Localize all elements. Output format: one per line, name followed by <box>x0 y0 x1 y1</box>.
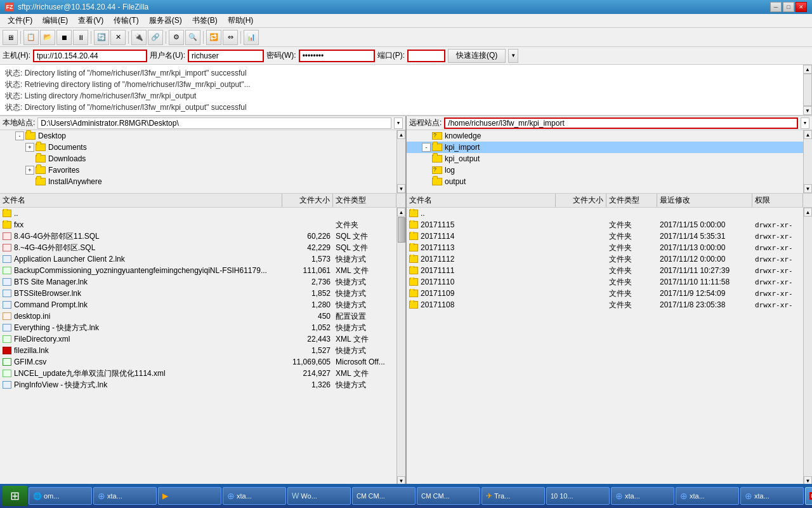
local-row-ini[interactable]: desktop.ini 450 配置设置 <box>0 311 396 322</box>
remote-path-dropdown[interactable]: ▼ <box>801 117 809 129</box>
taskbar-item-cm1[interactable]: CM CM... <box>352 487 416 505</box>
local-row-lnk3[interactable]: BTSSiteBrowser.lnk 1,852 快捷方式 <box>0 288 396 299</box>
toolbar-fifo[interactable]: 📊 <box>244 30 259 45</box>
toolbar-filter[interactable]: 🔍 <box>185 30 200 45</box>
local-row-lnk2[interactable]: BTS Site Manager.lnk 2,736 快捷方式 <box>0 276 396 288</box>
toolbar-btn1[interactable]: 📋 <box>23 30 39 45</box>
remote-tree-knowledge[interactable]: ? knowledge <box>407 130 803 142</box>
taskbar-item-om[interactable]: 🌐 om... <box>29 487 92 505</box>
toolbar-refresh[interactable]: 🔄 <box>94 30 109 45</box>
local-row-xml3[interactable]: LNCEL_update九华单双流门限优化1114.xml 214,927 XM… <box>0 368 396 379</box>
tree-item-desktop[interactable]: - Desktop <box>0 130 396 142</box>
menu-help[interactable]: 帮助(H) <box>223 14 259 27</box>
remote-tree-kpi-import[interactable]: - kpi_import <box>407 142 803 153</box>
local-tree-scroll-down[interactable]: ▼ <box>397 184 405 193</box>
maximize-button[interactable]: □ <box>783 2 794 12</box>
toolbar-cancel[interactable]: ✕ <box>110 30 126 45</box>
status-scroll-up[interactable]: ▲ <box>803 65 812 74</box>
local-header-size[interactable]: 文件大小 <box>282 194 333 207</box>
remote-tree-scroll-up[interactable]: ▲ <box>804 130 812 139</box>
taskbar-item-xta4[interactable]: ⊕ xta... <box>676 487 739 505</box>
taskbar-item-xta2[interactable]: ⊕ xta... <box>223 487 286 505</box>
menu-bookmarks[interactable]: 书签(B) <box>187 14 223 27</box>
local-row-lnk5[interactable]: Everything - 快捷方式.lnk 1,052 快捷方式 <box>0 322 396 333</box>
local-row-lnk6[interactable]: filezilla.lnk 1,527 快捷方式 <box>0 345 396 356</box>
menu-view[interactable]: 查看(V) <box>73 14 108 27</box>
local-list-scroll-up[interactable]: ▲ <box>397 208 405 217</box>
taskbar-item-tra[interactable]: ✈ Tra... <box>481 487 545 505</box>
local-path-dropdown[interactable]: ▼ <box>394 117 403 129</box>
remote-row-20171108[interactable]: 20171108 文件夹 2017/11/8 23:05:38 drwxr-xr… <box>407 299 803 311</box>
port-input[interactable] <box>407 50 445 62</box>
toolbar-settings[interactable]: ⚙ <box>169 30 184 45</box>
taskbar-item-play[interactable]: ▶ <box>158 487 221 505</box>
start-button[interactable]: ⊞ <box>3 486 27 506</box>
host-input[interactable] <box>33 50 147 62</box>
remote-list-scroll-up[interactable]: ▲ <box>804 208 812 217</box>
tree-item-installanywhere[interactable]: InstallAnywhere <box>0 176 396 187</box>
remote-row-dotdot[interactable]: .. <box>407 208 803 219</box>
tree-item-documents[interactable]: + Documents <box>0 142 396 153</box>
taskbar-item-xta5[interactable]: ⊕ xta... <box>740 487 804 505</box>
local-row-sql2[interactable]: 8.~4G-4G外部邻区.SQL 42,229 SQL 文件 <box>0 242 396 253</box>
toolbar-btn4[interactable]: ⏸ <box>73 30 88 45</box>
local-row-xml2[interactable]: FileDirectory.xml 22,443 XML 文件 <box>0 333 396 345</box>
local-path-input[interactable] <box>37 117 391 129</box>
remote-row-20171109[interactable]: 20171109 文件夹 2017/11/9 12:54:09 drwxr-xr… <box>407 288 803 299</box>
remote-header-date[interactable]: 最近修改 <box>657 194 752 207</box>
toolbar-btn2[interactable]: 📂 <box>40 30 55 45</box>
taskbar-item-word[interactable]: W Wo... <box>287 487 351 505</box>
minimize-button[interactable]: ─ <box>770 2 782 12</box>
connect-dropdown-button[interactable]: ▼ <box>508 49 518 63</box>
toolbar-disconnect[interactable]: 🔌 <box>131 30 147 45</box>
menu-edit[interactable]: 编辑(E) <box>37 14 73 27</box>
remote-header-perm[interactable]: 权限 <box>752 194 803 207</box>
remote-row-20171115[interactable]: 20171115 文件夹 2017/11/15 0:00:00 drwxr-xr… <box>407 219 803 231</box>
user-input[interactable] <box>188 50 264 62</box>
close-button[interactable]: ✕ <box>796 2 807 12</box>
local-row-lnk4[interactable]: Command Prompt.lnk 1,280 快捷方式 <box>0 299 396 311</box>
toolbar-sync[interactable]: 🔁 <box>206 30 221 45</box>
remote-row-20171113[interactable]: 20171113 文件夹 2017/11/13 0:00:00 drwxr-xr… <box>407 242 803 253</box>
menu-server[interactable]: 服务器(S) <box>144 14 187 27</box>
local-tree-scroll-up[interactable]: ▲ <box>397 130 405 139</box>
local-header-type[interactable]: 文件类型 <box>333 194 396 207</box>
local-row-lnk1[interactable]: Application Launcher Client 2.lnk 1,573 … <box>0 253 396 265</box>
connect-button[interactable]: 快速连接(Q) <box>448 49 506 63</box>
toolbar-compare[interactable]: ⇔ <box>223 30 238 45</box>
local-row-dotdot[interactable]: .. <box>0 208 396 219</box>
local-row-xml1[interactable]: BackupCommissioning_yozningyuantengfeimi… <box>0 265 396 276</box>
remote-header-size[interactable]: 文件大小 <box>556 194 606 207</box>
tree-item-downloads[interactable]: Downloads <box>0 153 396 164</box>
local-row-sql1[interactable]: 8.4G-4G外部邻区11.SQL 60,226 SQL 文件 <box>0 231 396 242</box>
remote-header-name[interactable]: 文件名 <box>407 194 556 207</box>
local-row-fxx[interactable]: fxx 文件夹 <box>0 219 396 231</box>
local-row-lnk7[interactable]: PingInfoView - 快捷方式.lnk 1,326 快捷方式 <box>0 379 396 391</box>
taskbar-item-xta1[interactable]: ⊕ xta... <box>93 487 157 505</box>
remote-row-20171112[interactable]: 20171112 文件夹 2017/11/12 0:00:00 drwxr-xr… <box>407 253 803 265</box>
remote-row-20171110[interactable]: 20171110 文件夹 2017/11/10 11:11:58 drwxr-x… <box>407 276 803 288</box>
local-row-csv[interactable]: GFIM.csv 11,069,605 Microsoft Off... <box>0 356 396 368</box>
taskbar-item-10[interactable]: 10 10... <box>546 487 610 505</box>
pass-input[interactable] <box>299 50 375 62</box>
status-scroll-down[interactable]: ▼ <box>803 106 812 115</box>
remote-header-type[interactable]: 文件类型 <box>606 194 657 207</box>
local-header-name[interactable]: 文件名 <box>0 194 282 207</box>
menu-file[interactable]: 文件(F) <box>3 14 37 27</box>
toolbar-btn3[interactable]: ⏹ <box>56 30 72 45</box>
taskbar-item-cm2[interactable]: CM CM... <box>417 487 480 505</box>
menu-transfer[interactable]: 传输(T) <box>108 14 143 27</box>
remote-tree-scroll-down[interactable]: ▼ <box>804 184 812 193</box>
remote-tree-output[interactable]: output <box>407 176 803 187</box>
host-label: 主机(H): <box>3 50 30 61</box>
taskbar-item-filezilla[interactable]: FZ sftp://filbg.cs... <box>805 487 812 505</box>
toolbar-new-connection[interactable]: 🖥 <box>3 30 18 45</box>
toolbar-reconnect[interactable]: 🔗 <box>148 30 163 45</box>
taskbar-item-xta3[interactable]: ⊕ xta... <box>611 487 674 505</box>
remote-row-20171114[interactable]: 20171114 文件夹 2017/11/14 5:35:31 drwxr-xr… <box>407 231 803 242</box>
tree-item-favorites[interactable]: + Favorites <box>0 164 396 176</box>
remote-row-20171111[interactable]: 20171111 文件夹 2017/11/11 10:27:39 drwxr-x… <box>407 265 803 276</box>
remote-tree-log[interactable]: ? log <box>407 164 803 176</box>
remote-path-input[interactable] <box>444 117 798 129</box>
remote-tree-kpi-output[interactable]: kpi_output <box>407 153 803 164</box>
